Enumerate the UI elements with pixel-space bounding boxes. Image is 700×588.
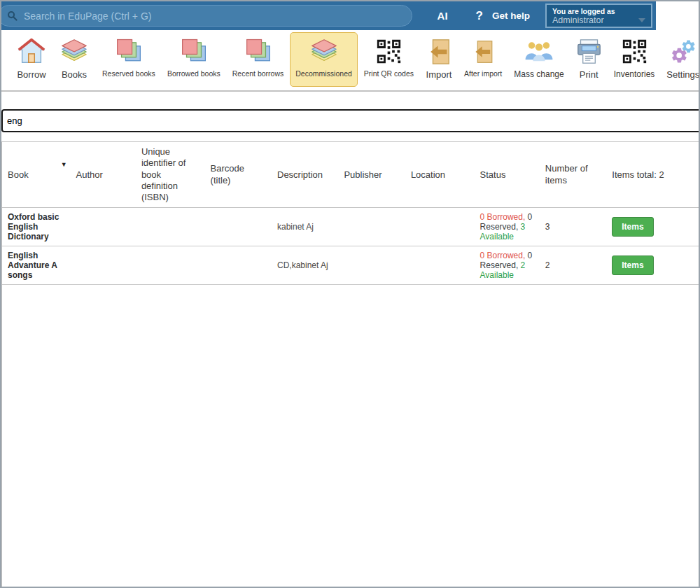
cell-publisher [338,246,405,285]
table-row[interactable]: English Advanture A songs CD,kabinet Aj … [2,246,700,285]
column-header-author[interactable]: Author [71,142,136,208]
library-toolbar: Borrow Books Reserved books Borrowed boo… [1,30,700,92]
filter-input[interactable] [1,109,700,132]
status-borrowed: 0 Borrowed, [480,212,526,222]
column-header-items-total: Items total: 2 [606,142,700,208]
filter-row [1,92,700,132]
content-area: Borrow Books Reserved books Borrowed boo… [0,30,700,587]
toolbar-item-decommissioned[interactable]: Decommissioned [290,32,358,87]
book-stack-icon [308,37,340,66]
table-row[interactable]: Oxford basic English Dictionary kabinet … [2,208,700,246]
column-header-status[interactable]: Status [475,142,540,208]
toolbar-label: Inventories [614,69,655,79]
toolbar-label: Decommissioned [295,69,352,78]
printer-icon [576,38,602,65]
toolbar-label: Import [426,69,452,80]
cell-isbn [136,208,205,246]
topbar: AI ? Get help You are logged as Administ… [0,1,656,30]
toolbar-item-books[interactable]: Books [52,32,96,87]
toolbar-item-after-import[interactable]: After import [458,32,507,87]
cell-description: CD,kabinet Aj [272,246,338,285]
chevron-down-icon [638,18,645,22]
books-table: Book▼ Author Unique identifier of book d… [1,141,700,587]
column-header-location[interactable]: Location [405,142,475,208]
cell-status: 0 Borrowed, 0 Reserved, 3 Available [475,208,540,246]
global-search[interactable] [0,5,412,27]
column-header-barcode[interactable]: Barcode (title) [205,142,272,208]
account-dropdown[interactable]: You are logged as Administrator [545,4,652,28]
stacked-cards-icon [115,38,143,65]
cell-book: English Advanture A songs [2,246,71,285]
ai-button[interactable]: AI [438,10,448,22]
people-group-icon [524,39,554,64]
get-help-label: Get help [492,10,530,21]
qr-code-icon [622,38,648,64]
items-button[interactable]: Items [612,217,653,237]
toolbar-item-settings[interactable]: Settings [661,32,700,87]
status-borrowed: 0 Borrowed, [480,251,526,260]
toolbar-item-inventories[interactable]: Inventories [608,32,661,87]
column-header-number-of-items[interactable]: Number of items [540,142,606,208]
get-help-button[interactable]: ? Get help [476,9,530,23]
toolbar-item-reserved-books[interactable]: Reserved books [97,32,161,87]
app-window: AI ? Get help You are logged as Administ… [0,0,700,588]
toolbar-item-recent-borrows[interactable]: Recent borrows [227,32,290,87]
toolbar-item-borrowed-books[interactable]: Borrowed books [162,32,226,87]
cell-publisher [338,208,405,246]
toolbar-item-borrow[interactable]: Borrow [11,32,52,87]
user-role: Administrator [552,15,604,25]
toolbar-label: Books [62,69,87,80]
toolbar-label: Print [580,69,598,80]
toolbar-label: Settings [666,69,699,80]
cell-items-action: Items [606,208,700,246]
gears-icon [669,38,697,66]
cell-barcode [205,246,272,285]
sort-desc-icon: ▼ [61,161,67,169]
column-header-description[interactable]: Description [272,142,338,208]
toolbar-label: Mass change [514,69,564,79]
search-input[interactable] [24,10,403,22]
import-arrow-icon [471,39,495,64]
toolbar-item-print[interactable]: Print [570,32,608,87]
cell-status: 0 Borrowed, 0 Reserved, 2 Available [475,246,540,285]
cell-barcode [205,208,272,246]
logged-as-label: You are logged as [552,7,645,15]
house-icon [17,38,46,66]
cell-location [405,208,475,246]
cell-description: kabinet Aj [272,208,338,246]
cell-author [71,246,136,285]
toolbar-item-mass-change[interactable]: Mass change [508,32,569,87]
cell-book: Oxford basic English Dictionary [2,208,71,246]
column-header-book[interactable]: Book▼ [2,142,71,208]
cell-isbn [136,246,205,285]
book-stack-icon [58,37,90,66]
table-header-row: Book▼ Author Unique identifier of book d… [2,142,700,208]
items-button[interactable]: Items [612,255,653,275]
import-arrow-icon [426,38,452,66]
toolbar-label: Borrowed books [167,69,220,78]
stacked-cards-icon [180,38,208,65]
qr-code-icon [376,38,402,64]
cell-location [405,246,475,285]
search-icon [7,10,18,21]
toolbar-label: Print QR codes [364,69,414,78]
toolbar-label: After import [464,69,502,78]
cell-items-action: Items [606,246,700,285]
toolbar-label: Borrow [17,69,46,80]
column-header-isbn[interactable]: Unique identifier of book definition (IS… [136,142,205,208]
question-mark-icon: ? [476,9,483,23]
cell-number-of-items: 2 [540,246,606,285]
toolbar-item-print-qr-codes[interactable]: Print QR codes [358,32,419,87]
column-header-publisher[interactable]: Publisher [338,142,405,208]
stacked-cards-icon [244,38,272,65]
toolbar-label: Recent borrows [232,69,284,78]
toolbar-label: Reserved books [102,69,155,78]
cell-number-of-items: 3 [540,208,606,246]
cell-author [71,208,136,246]
toolbar-item-import[interactable]: Import [420,32,458,87]
